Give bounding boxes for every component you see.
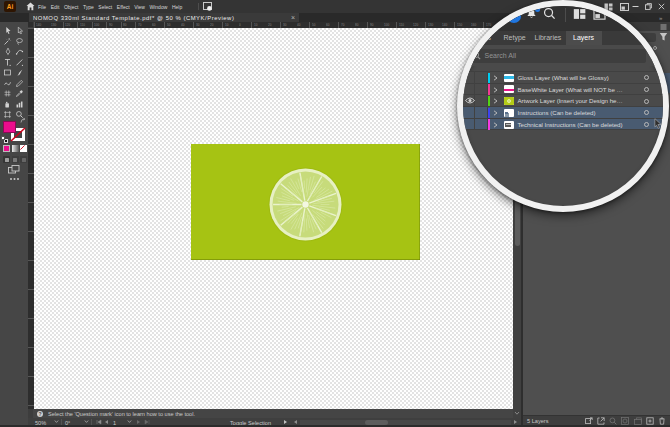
layer-thumbnail[interactable] bbox=[504, 121, 514, 129]
export-selection-icon[interactable] bbox=[597, 417, 605, 425]
tab-libraries[interactable]: Libraries bbox=[535, 31, 562, 45]
zoom-dropdown-icon[interactable] bbox=[54, 419, 59, 424]
minimize-button[interactable] bbox=[632, 3, 639, 10]
type-tool[interactable] bbox=[2, 58, 13, 67]
document-tab-close-icon[interactable]: × bbox=[291, 15, 295, 21]
layer-target-icon[interactable] bbox=[653, 46, 657, 50]
layer-row-technical[interactable]: Technical Instructions (Can be deleted) bbox=[463, 119, 663, 131]
rectangle-tool[interactable] bbox=[2, 68, 13, 77]
expand-chevron-icon[interactable] bbox=[493, 87, 498, 93]
menu-edit[interactable]: Edit bbox=[51, 4, 60, 10]
pen-tool[interactable] bbox=[2, 47, 13, 56]
eyedropper-tool[interactable] bbox=[14, 89, 25, 98]
new-layer-icon[interactable] bbox=[646, 417, 654, 425]
menu-help[interactable]: Help bbox=[172, 4, 182, 10]
layer-target-icon[interactable] bbox=[644, 87, 649, 92]
close-button[interactable] bbox=[658, 3, 665, 10]
layer-name[interactable]: Instructions (Can be deleted) bbox=[518, 107, 596, 119]
restore-button[interactable] bbox=[645, 3, 652, 10]
menu-effect[interactable]: Effect bbox=[117, 4, 130, 10]
share-document-icon[interactable] bbox=[203, 2, 212, 11]
screen-mode-icon[interactable] bbox=[8, 165, 20, 174]
layer-name[interactable]: Gloss Layer (What will be Glossy) bbox=[518, 72, 609, 84]
panel-dock-collapse-icon[interactable]: » bbox=[659, 15, 662, 21]
collect-for-export-icon[interactable] bbox=[585, 417, 593, 425]
shaper-tool[interactable] bbox=[2, 79, 13, 88]
layer-target-icon[interactable] bbox=[644, 122, 649, 127]
none-button[interactable] bbox=[20, 145, 27, 152]
vertical-ruler[interactable] bbox=[28, 28, 34, 409]
layer-thumbnail[interactable] bbox=[504, 85, 514, 93]
document-setup-icon[interactable] bbox=[593, 9, 606, 20]
layer-target-icon[interactable] bbox=[644, 99, 649, 104]
delete-layer-icon[interactable] bbox=[658, 417, 666, 425]
direct-selection-tool[interactable] bbox=[14, 26, 25, 35]
artboard-dropdown-icon[interactable] bbox=[127, 419, 132, 424]
paintbrush-tool[interactable] bbox=[14, 68, 25, 77]
expand-chevron-icon[interactable] bbox=[493, 110, 498, 116]
mesh-tool[interactable] bbox=[2, 89, 13, 98]
layer-name[interactable]: Technical Instructions (Can be deleted) bbox=[518, 119, 623, 131]
menu-file[interactable]: File bbox=[38, 4, 46, 10]
menu-object[interactable]: Object bbox=[64, 4, 78, 10]
visibility-eye-icon[interactable] bbox=[465, 97, 475, 104]
expand-chevron-icon[interactable] bbox=[493, 75, 498, 81]
draw-behind-mode-button[interactable] bbox=[12, 156, 19, 163]
expand-chevron-icon[interactable] bbox=[493, 98, 498, 104]
artboard-tool[interactable] bbox=[2, 110, 13, 119]
layer-target-icon[interactable] bbox=[644, 110, 649, 115]
locate-object-icon[interactable] bbox=[609, 417, 617, 425]
fill-color-swatch[interactable] bbox=[3, 121, 16, 133]
default-fill-stroke-icon[interactable] bbox=[1, 136, 8, 143]
symbol-sprayer-tool[interactable] bbox=[2, 100, 13, 109]
pencil-tool[interactable] bbox=[14, 79, 25, 88]
make-clipping-mask-icon[interactable] bbox=[621, 417, 629, 425]
swap-fill-stroke-icon[interactable] bbox=[20, 118, 26, 124]
magic-wand-tool[interactable] bbox=[2, 37, 13, 46]
menu-view[interactable]: View bbox=[134, 4, 145, 10]
ruler-label: 70 bbox=[341, 23, 344, 26]
layer-row-basewhite[interactable]: BaseWhite Layer (What will NOT be … bbox=[463, 84, 663, 96]
layers-search-input[interactable]: Search All bbox=[466, 49, 646, 63]
document-layout-icon[interactable] bbox=[620, 3, 629, 11]
rotation-dropdown-icon[interactable] bbox=[84, 419, 89, 424]
illustrator-logo[interactable]: Ai bbox=[4, 1, 16, 12]
layer-name[interactable]: BaseWhite Layer (What will NOT be … bbox=[518, 84, 623, 96]
layer-row-gloss[interactable]: Gloss Layer (What will be Glossy) bbox=[463, 72, 663, 84]
color-button[interactable] bbox=[3, 145, 10, 152]
create-sublayer-icon[interactable] bbox=[634, 417, 642, 425]
selection-tool[interactable] bbox=[2, 26, 13, 35]
layer-row-instructions[interactable]: Instructions (Can be deleted) bbox=[463, 107, 663, 119]
draw-inside-mode-button[interactable] bbox=[20, 156, 27, 163]
lasso-tool[interactable] bbox=[14, 37, 25, 46]
line-segment-tool[interactable] bbox=[14, 58, 25, 67]
edit-toolbar-ellipsis-icon[interactable] bbox=[10, 178, 12, 180]
app-search-icon[interactable] bbox=[543, 7, 556, 20]
canvas-area[interactable] bbox=[34, 28, 513, 409]
menu-window[interactable]: Window bbox=[150, 4, 168, 10]
layer-thumbnail[interactable] bbox=[504, 97, 514, 105]
gradient-button[interactable] bbox=[12, 145, 19, 152]
panel-menu-icon[interactable] bbox=[660, 24, 667, 30]
menu-type[interactable]: Type bbox=[83, 4, 94, 10]
draw-normal-mode-button[interactable] bbox=[3, 156, 10, 163]
arrange-documents-icon[interactable] bbox=[573, 8, 586, 20]
layer-thumbnail[interactable] bbox=[504, 74, 514, 82]
tab-properties-clipped[interactable]: s bbox=[488, 31, 492, 45]
menu-select[interactable]: Select bbox=[98, 4, 112, 10]
curvature-tool[interactable] bbox=[14, 47, 25, 56]
layer-row-artwork[interactable]: Artwork Layer (Insert your Design he… bbox=[463, 95, 663, 107]
artwork-lime-design[interactable] bbox=[191, 144, 420, 260]
layer-thumbnail[interactable] bbox=[504, 109, 514, 117]
filter-funnel-icon[interactable] bbox=[659, 32, 668, 42]
tab-retype[interactable]: Retype bbox=[504, 31, 526, 45]
layer-name[interactable]: Artwork Layer (Insert your Design he… bbox=[518, 95, 623, 107]
scroll-down-arrow-icon[interactable] bbox=[514, 410, 520, 416]
document-tab[interactable]: NOMOQ 330ml Standard Template.pdf* @ 50 … bbox=[29, 13, 299, 22]
horizontal-ruler[interactable]: 1401301201101009080706050403020100102030… bbox=[34, 22, 513, 28]
layer-target-icon[interactable] bbox=[644, 75, 649, 80]
expand-chevron-icon[interactable] bbox=[493, 122, 498, 128]
home-icon[interactable] bbox=[26, 2, 35, 11]
tab-layers[interactable]: Layers bbox=[566, 31, 602, 45]
column-graph-tool[interactable] bbox=[14, 100, 25, 109]
